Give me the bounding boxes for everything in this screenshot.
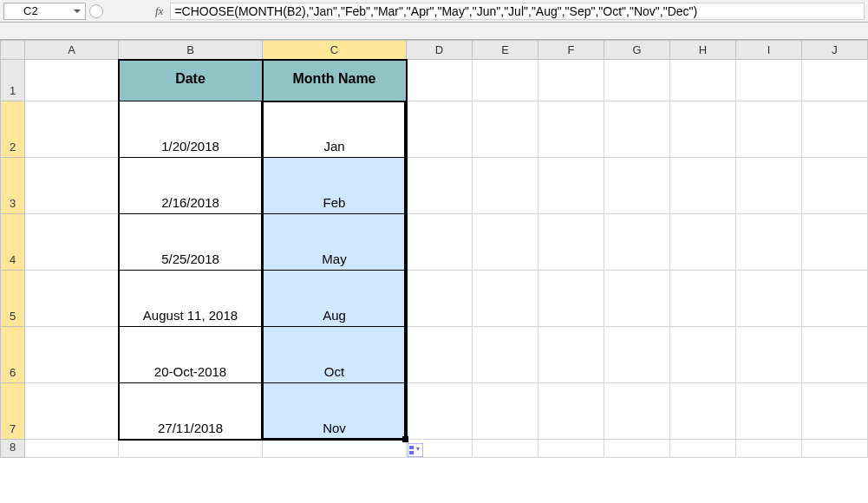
col-header-I[interactable]: I — [736, 41, 802, 60]
cell-A5[interactable] — [25, 271, 119, 327]
row-header-8[interactable]: 8 — [1, 440, 25, 458]
cell-D3[interactable] — [407, 158, 473, 214]
cell-C6[interactable]: Oct — [263, 327, 407, 383]
row-header-6[interactable]: 6 — [1, 327, 25, 383]
col-header-B[interactable]: B — [119, 41, 263, 60]
cell-C4[interactable]: May — [263, 214, 407, 271]
cell-C3[interactable]: Feb — [263, 158, 407, 214]
cell-D4[interactable] — [407, 214, 473, 271]
row-header-4[interactable]: 4 — [1, 214, 25, 271]
row-header-2[interactable]: 2 — [1, 101, 25, 158]
cell-C2[interactable]: Jan — [263, 101, 407, 158]
cell-B7[interactable]: 27/11/2018 — [119, 383, 263, 440]
cell-B5[interactable]: August 11, 2018 — [119, 271, 263, 327]
ribbon-spacer — [0, 23, 868, 40]
col-header-G[interactable]: G — [604, 41, 670, 60]
cell-C8[interactable] — [263, 440, 407, 458]
cell-C5[interactable]: Aug — [263, 271, 407, 327]
svg-rect-1 — [409, 446, 414, 449]
cell-A2[interactable] — [25, 101, 119, 158]
col-header-J[interactable]: J — [802, 41, 868, 60]
cell-B6[interactable]: 20-Oct-2018 — [119, 327, 263, 383]
col-header-H[interactable]: H — [670, 41, 736, 60]
col-header-D[interactable]: D — [407, 41, 473, 60]
cell-D5[interactable] — [407, 271, 473, 327]
autofill-options-icon[interactable] — [408, 443, 423, 457]
function-circle-icon[interactable] — [89, 4, 103, 18]
name-box-dropdown-icon[interactable] — [71, 5, 83, 17]
cell-B3[interactable]: 2/16/2018 — [119, 158, 263, 214]
col-header-F[interactable]: F — [538, 41, 604, 60]
cell-D2[interactable] — [407, 101, 473, 158]
cell-A3[interactable] — [25, 158, 119, 214]
cell-B8[interactable] — [119, 440, 263, 458]
cell-D6[interactable] — [407, 327, 473, 383]
cell-B4[interactable]: 5/25/2018 — [119, 214, 263, 271]
col-header-C[interactable]: C — [263, 41, 407, 60]
cell-B1[interactable]: Date — [119, 60, 263, 101]
spreadsheet-grid[interactable]: A B C D E F G H I J 1 Date Month Name 2 … — [0, 40, 868, 503]
cell-A4[interactable] — [25, 214, 119, 271]
cell-A8[interactable] — [25, 440, 119, 458]
formula-input[interactable]: =CHOOSE(MONTH(B2),"Jan","Feb","Mar","Apr… — [170, 3, 865, 20]
fx-label[interactable]: fx — [155, 4, 163, 18]
row-header-1[interactable]: 1 — [1, 60, 25, 101]
name-box-value: C2 — [23, 4, 38, 17]
formula-text: =CHOOSE(MONTH(B2),"Jan","Feb","Mar","Apr… — [174, 4, 697, 18]
cell-A7[interactable] — [25, 383, 119, 440]
cell-B2[interactable]: 1/20/2018 — [119, 101, 263, 158]
col-header-A[interactable]: A — [25, 41, 119, 60]
svg-rect-2 — [409, 451, 414, 454]
cell-D1[interactable] — [407, 60, 473, 101]
cell-C7[interactable]: Nov — [263, 383, 407, 440]
row-header-5[interactable]: 5 — [1, 271, 25, 327]
row-header-3[interactable]: 3 — [1, 158, 25, 214]
cell-A1[interactable] — [25, 60, 119, 101]
name-box[interactable]: C2 — [3, 3, 86, 20]
cell-C1[interactable]: Month Name — [263, 60, 407, 101]
cell-D7[interactable] — [407, 383, 473, 440]
cell-A6[interactable] — [25, 327, 119, 383]
svg-rect-0 — [408, 443, 423, 457]
col-header-E[interactable]: E — [473, 41, 538, 60]
formula-bar: C2 fx =CHOOSE(MONTH(B2),"Jan","Feb","Mar… — [0, 0, 868, 23]
row-header-7[interactable]: 7 — [1, 383, 25, 440]
select-all-corner[interactable] — [1, 41, 25, 60]
